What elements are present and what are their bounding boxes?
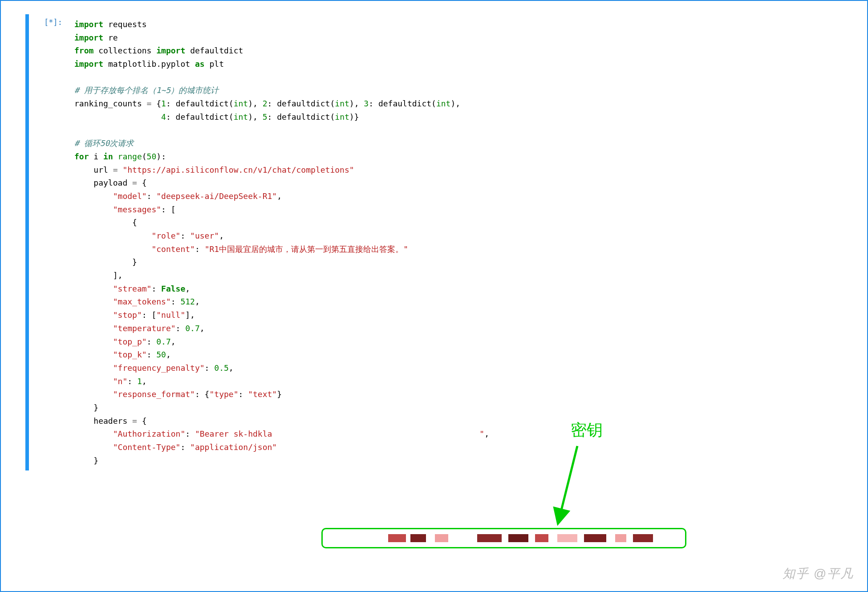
- type-int: int: [234, 99, 248, 108]
- val-content-type: "application/json": [190, 442, 277, 452]
- key-content: "content": [151, 244, 195, 254]
- key-n: "n": [113, 377, 128, 386]
- redacted-secret: [388, 534, 406, 542]
- var-payload: payload: [93, 178, 132, 187]
- watermark-text: 知乎 @平凡: [783, 565, 854, 582]
- notebook-app: [*]: import requests import re from coll…: [0, 0, 868, 592]
- fn-range: range: [118, 152, 142, 161]
- kw-in: in: [103, 152, 113, 161]
- val-content: "R1中国最宜居的城市，请从第一到第五直接给出答案。": [205, 244, 408, 254]
- code-editor[interactable]: import requests import re from collectio…: [69, 14, 867, 470]
- fn-defaultdict: defaultdict: [176, 99, 229, 108]
- val-top-p: 0.7: [156, 337, 171, 346]
- val-512: 512: [180, 297, 195, 306]
- num-3: 3: [364, 99, 369, 108]
- module-matplotlib: matplotlib.pyplot: [108, 59, 190, 69]
- val-role: "user": [190, 231, 219, 240]
- cell-run-indicator: [25, 14, 29, 470]
- key-response-format: "response_format": [113, 389, 195, 399]
- val-model: "deepseek-ai/DeepSeek-R1": [156, 191, 277, 201]
- val-authorization: "Bearer sk-hdkla: [195, 429, 272, 438]
- var-url: url: [93, 165, 108, 174]
- kw-for: for: [74, 152, 89, 161]
- val-stop: "null": [156, 310, 185, 320]
- num-50: 50: [147, 152, 157, 161]
- secret-key-label: 密钥: [571, 419, 603, 441]
- val-n: 1: [137, 377, 142, 386]
- module-re: re: [108, 33, 118, 42]
- num-4: 4: [161, 112, 166, 122]
- num-2: 2: [263, 99, 268, 108]
- comment-ranking: # 用于存放每个排名（1~5）的城市统计: [74, 85, 219, 95]
- secret-key-highlight-box: [321, 528, 686, 548]
- key-authorization: "Authorization": [113, 429, 186, 438]
- key-top-p: "top_p": [113, 337, 147, 346]
- kw-as: as: [195, 59, 205, 69]
- var-ranking-counts: ranking_counts: [74, 99, 147, 108]
- kw-import: import: [74, 33, 103, 42]
- name-defaultdict: defaultdict: [190, 46, 243, 55]
- num-5: 5: [263, 112, 268, 122]
- key-stop: "stop": [113, 310, 142, 320]
- val-freq: 0.5: [214, 363, 229, 373]
- key-content-type: "Content-Type": [113, 442, 181, 452]
- val-false: False: [161, 284, 185, 293]
- module-requests: requests: [108, 20, 147, 29]
- var-headers: headers: [93, 416, 132, 426]
- val-top-k: 50: [156, 350, 166, 359]
- alias-plt: plt: [209, 59, 224, 69]
- key-messages: "messages": [113, 205, 161, 214]
- cell-prompt: [*]:: [29, 14, 69, 470]
- key-max-tokens: "max_tokens": [113, 297, 171, 306]
- module-collections: collections: [98, 46, 151, 55]
- key-stream: "stream": [113, 284, 152, 293]
- val-temp: 0.7: [185, 324, 200, 333]
- num-1: 1: [161, 99, 166, 108]
- kw-import: import: [74, 20, 103, 29]
- key-model: "model": [113, 191, 147, 201]
- key-temperature: "temperature": [113, 324, 176, 333]
- key-top-k: "top_k": [113, 350, 147, 359]
- url-string: "https://api.siliconflow.cn/v1/chat/comp…: [122, 165, 354, 174]
- key-role: "role": [151, 231, 180, 240]
- key-type: "type": [209, 389, 238, 399]
- kw-from: from: [74, 46, 93, 55]
- comment-loop: # 循环50次请求: [74, 138, 134, 148]
- key-frequency-penalty: "frequency_penalty": [113, 363, 205, 373]
- kw-import: import: [156, 46, 185, 55]
- code-cell[interactable]: [*]: import requests import re from coll…: [1, 14, 867, 470]
- val-text: "text": [248, 389, 277, 399]
- kw-import: import: [74, 59, 103, 69]
